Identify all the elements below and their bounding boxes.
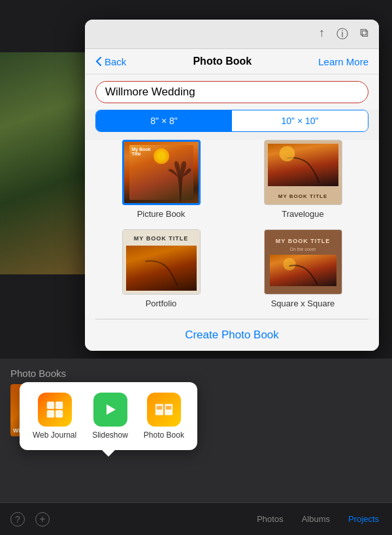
- info-icon[interactable]: ⓘ: [336, 26, 348, 42]
- size-8x8-button[interactable]: 8" × 8": [96, 110, 232, 131]
- size-selector: 8" × 8" 10" × 10": [95, 110, 368, 132]
- size-10x10-button[interactable]: 10" × 10": [232, 110, 368, 131]
- svg-rect-2: [46, 402, 54, 409]
- web-journal-svg: [44, 399, 65, 420]
- web-journal-label: Web Journal: [33, 430, 76, 440]
- portfolio-photo-icon: [126, 246, 197, 291]
- back-chevron-icon: [95, 56, 102, 67]
- background-photo-left: [0, 52, 85, 274]
- svg-rect-5: [56, 410, 63, 417]
- tab-photos[interactable]: Photos: [257, 514, 283, 524]
- create-button-row: Create Photo Book: [85, 319, 379, 351]
- book-title-input[interactable]: [95, 81, 368, 103]
- square-photo-icon: [270, 255, 336, 286]
- bottom-section: Photo Books Willmore Wedding Hawaii Bloo…: [0, 359, 392, 535]
- photo-book-popup-label: Photo Book: [144, 430, 184, 440]
- split-icon[interactable]: ⧉: [360, 26, 368, 42]
- slideshow-svg: [101, 400, 120, 419]
- web-journal-icon: [38, 393, 72, 427]
- modal-nav: Back Photo Book Learn More: [85, 49, 379, 74]
- square-x-square-label: Square x Square: [271, 299, 335, 308]
- popup-item-slideshow[interactable]: Slideshow: [92, 393, 128, 440]
- photo-book-modal: ↑ ⓘ ⧉ Back Photo Book Learn More 8" × 8"…: [85, 20, 379, 351]
- photo-books-title: Photo Books: [0, 359, 392, 384]
- travelogue-title-text: MY BOOK TITLE: [265, 193, 342, 199]
- book-cover-travelogue: MY BOOK TITLE: [264, 140, 342, 205]
- book-item-portfolio[interactable]: MY BOOK TITLE Portfolio: [95, 229, 227, 308]
- picture-book-inner-text: My BookTitle: [132, 147, 151, 156]
- popup-item-web-journal[interactable]: Web Journal: [33, 393, 76, 440]
- svg-rect-4: [46, 410, 54, 417]
- photo-book-svg: [154, 399, 174, 420]
- book-style-grid: My BookTitle Picture Book MY BOOK TITLE: [85, 140, 379, 319]
- book-cover-portfolio: MY BOOK TITLE: [122, 229, 201, 295]
- travelogue-label: Travelogue: [282, 209, 324, 219]
- portfolio-title-text: MY BOOK TITLE: [126, 235, 197, 242]
- svg-rect-10: [157, 406, 162, 410]
- picture-book-label: Picture Book: [137, 209, 186, 219]
- book-item-picture-book[interactable]: My BookTitle Picture Book: [95, 140, 227, 219]
- create-photo-book-button[interactable]: Create Photo Book: [185, 329, 279, 342]
- nav-title: Photo Book: [193, 56, 252, 67]
- share-icon[interactable]: ↑: [319, 26, 325, 42]
- palm-icon: [166, 157, 192, 203]
- title-input-row: [85, 74, 379, 110]
- svg-rect-11: [166, 406, 171, 410]
- book-item-travelogue[interactable]: MY BOOK TITLE Travelogue: [237, 140, 368, 219]
- travelogue-photo-icon: [268, 144, 338, 186]
- svg-rect-3: [56, 402, 63, 409]
- svg-point-0: [279, 146, 295, 162]
- add-icon[interactable]: +: [35, 512, 50, 527]
- portfolio-label: Portfolio: [146, 299, 177, 308]
- slideshow-label: Slideshow: [92, 430, 128, 440]
- popup-item-photo-book[interactable]: Photo Book: [144, 393, 184, 440]
- square-subtitle-text: On the cover: [268, 247, 338, 251]
- slideshow-icon: [93, 393, 127, 427]
- book-item-square-x-square[interactable]: MY BOOK TITLE On the cover Square x Squa…: [237, 229, 368, 308]
- back-button[interactable]: Back: [95, 56, 126, 67]
- modal-topbar: ↑ ⓘ ⧉: [85, 20, 379, 49]
- square-title-text: MY BOOK TITLE: [268, 238, 338, 244]
- svg-marker-6: [106, 404, 116, 415]
- learn-more-link[interactable]: Learn More: [318, 56, 368, 67]
- svg-point-1: [283, 258, 295, 270]
- book-cover-picture-book: My BookTitle: [122, 140, 201, 205]
- help-icon[interactable]: ?: [10, 512, 25, 527]
- book-cover-square-x-square: MY BOOK TITLE On the cover: [264, 229, 342, 295]
- popup-menu: Web Journal Slideshow: [20, 382, 197, 450]
- photo-book-icon: [147, 393, 181, 427]
- tab-albums[interactable]: Albums: [302, 514, 330, 524]
- back-label: Back: [105, 56, 126, 67]
- tab-projects[interactable]: Projects: [348, 514, 379, 524]
- tab-bar: ? + Photos Albums Projects: [0, 502, 392, 535]
